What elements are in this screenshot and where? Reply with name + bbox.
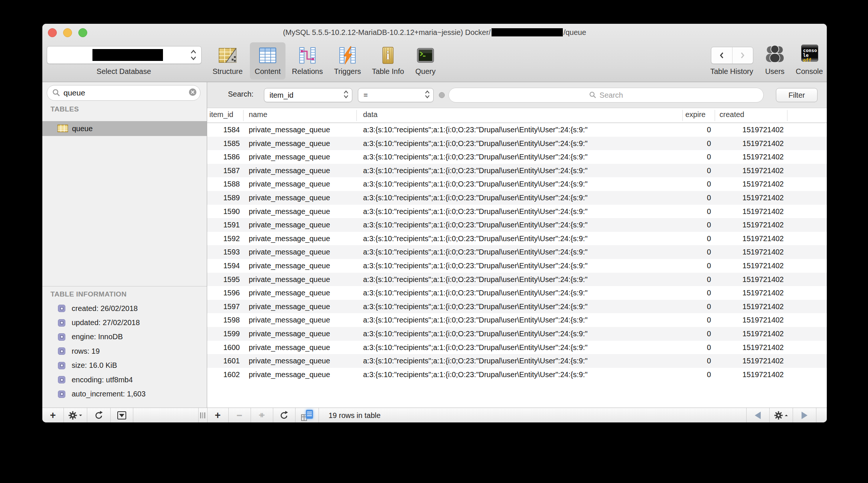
column-header-item-id[interactable]: item_id bbox=[209, 110, 233, 119]
table-body: 1584private_message_queuea:3:{s:10:"reci… bbox=[207, 123, 827, 381]
edit-row-sheet-button[interactable] bbox=[295, 408, 319, 422]
field-bullet-icon bbox=[58, 376, 65, 383]
delete-row-button[interactable]: − bbox=[228, 408, 251, 422]
column-header-expire[interactable]: expire bbox=[685, 110, 705, 119]
cell-data: a:3:{s:10:"recipients";a:1:{i:0;O:23:"Dr… bbox=[363, 245, 686, 259]
pagination-gear-button[interactable] bbox=[769, 408, 793, 422]
previous-result-page-button[interactable] bbox=[746, 408, 769, 422]
column-header-data[interactable]: data bbox=[363, 110, 378, 119]
table-row[interactable]: 1594private_message_queuea:3:{s:10:"reci… bbox=[207, 259, 827, 273]
console-button[interactable]: conso le off bbox=[801, 45, 818, 62]
table-row[interactable]: 1593private_message_queuea:3:{s:10:"reci… bbox=[207, 245, 827, 259]
table-row[interactable]: 1600private_message_queuea:3:{s:10:"reci… bbox=[207, 341, 827, 354]
column-divider[interactable] bbox=[356, 110, 357, 121]
chevron-left-icon bbox=[718, 52, 725, 59]
table-row[interactable]: 1592private_message_queuea:3:{s:10:"reci… bbox=[207, 232, 827, 246]
content-search-field[interactable]: Search bbox=[448, 88, 764, 103]
table-row[interactable]: 1589private_message_queuea:3:{s:10:"reci… bbox=[207, 191, 827, 205]
search-icon bbox=[589, 91, 597, 99]
sidebar-resize-handle[interactable] bbox=[198, 408, 207, 422]
cell-expire: 0 bbox=[682, 150, 711, 164]
column-divider[interactable] bbox=[682, 110, 683, 121]
cell-name: private_message_queue bbox=[249, 164, 358, 178]
cell-name: private_message_queue bbox=[249, 150, 358, 164]
cell-data: a:3:{s:10:"recipients";a:1:{i:0;O:23:"Dr… bbox=[363, 177, 686, 191]
redacted-host bbox=[492, 28, 563, 36]
filter-operator-dropdown[interactable]: = bbox=[358, 88, 434, 102]
column-header-created[interactable]: created bbox=[719, 110, 744, 119]
table-actions-gear-button[interactable] bbox=[63, 408, 87, 422]
cell-item_id: 1589 bbox=[207, 191, 240, 205]
users-label: Users bbox=[758, 67, 792, 76]
table-row[interactable]: 1587private_message_queuea:3:{s:10:"reci… bbox=[207, 164, 827, 178]
table-row[interactable]: 1598private_message_queuea:3:{s:10:"reci… bbox=[207, 313, 827, 327]
duplicate-row-button[interactable]: ++ bbox=[251, 408, 273, 422]
cell-name: private_message_queue bbox=[249, 286, 358, 300]
tab-relations[interactable]: Relations bbox=[290, 42, 325, 80]
tab-query-label: Query bbox=[399, 67, 452, 76]
cell-data: a:3:{s:10:"recipients";a:1:{i:0;O:23:"Dr… bbox=[363, 123, 686, 137]
status-bar: + bbox=[42, 408, 827, 422]
users-button[interactable] bbox=[764, 44, 785, 65]
column-divider[interactable] bbox=[787, 110, 787, 121]
cell-created: 1519721402 bbox=[715, 354, 784, 368]
screenshot-canvas: (MySQL 5.5.5-10.2.12-MariaDB-10.2.12+mar… bbox=[0, 0, 868, 483]
field-bullet-icon bbox=[58, 390, 65, 398]
table-row[interactable]: 1590private_message_queuea:3:{s:10:"reci… bbox=[207, 205, 827, 218]
refresh-rows-button[interactable] bbox=[273, 408, 295, 422]
cell-item_id: 1601 bbox=[207, 354, 240, 368]
search-label: Search: bbox=[228, 90, 254, 98]
table-filter-input[interactable]: queue bbox=[47, 85, 200, 101]
export-dropdown-button[interactable] bbox=[110, 408, 133, 422]
cell-data: a:3:{s:10:"recipients";a:1:{i:0;O:23:"Dr… bbox=[363, 313, 686, 327]
table-row[interactable]: 1596private_message_queuea:3:{s:10:"reci… bbox=[207, 286, 827, 300]
filter-column-dropdown[interactable]: item_id bbox=[264, 88, 352, 102]
refresh-icon bbox=[94, 411, 104, 420]
tab-structure[interactable]: Structure bbox=[210, 42, 245, 80]
dropdown-triangle-icon bbox=[79, 415, 82, 416]
tab-content[interactable]: Content bbox=[250, 42, 285, 80]
cell-expire: 0 bbox=[682, 123, 711, 137]
column-divider[interactable] bbox=[243, 110, 244, 121]
table-row[interactable]: 1585private_message_queuea:3:{s:10:"reci… bbox=[207, 137, 827, 150]
table-row[interactable]: 1595private_message_queuea:3:{s:10:"reci… bbox=[207, 273, 827, 286]
sidebar-item-queue-table[interactable]: queue bbox=[42, 121, 207, 136]
refresh-tables-button[interactable] bbox=[87, 408, 110, 422]
table-row[interactable]: 1599private_message_queuea:3:{s:10:"reci… bbox=[207, 327, 827, 341]
table-row[interactable]: 1591private_message_queuea:3:{s:10:"reci… bbox=[207, 218, 827, 232]
filter-button[interactable]: Filter bbox=[776, 88, 818, 102]
search-icon bbox=[52, 89, 61, 97]
table-information-text: size: 16.0 KiB bbox=[72, 361, 117, 370]
cell-data: a:3:{s:10:"recipients";a:1:{i:0;O:23:"Dr… bbox=[363, 218, 686, 232]
table-row[interactable]: 1597private_message_queuea:3:{s:10:"reci… bbox=[207, 300, 827, 314]
column-header-name[interactable]: name bbox=[249, 110, 267, 119]
table-row[interactable]: 1584private_message_queuea:3:{s:10:"reci… bbox=[207, 123, 827, 137]
column-divider[interactable] bbox=[715, 110, 715, 121]
tab-query[interactable]: Query bbox=[408, 42, 443, 80]
table-information-text: updated: 27/02/2018 bbox=[72, 318, 140, 327]
table-row[interactable]: 1602private_message_queuea:3:{s:10:"reci… bbox=[207, 368, 827, 382]
table-information-text: auto_increment: 1,603 bbox=[72, 390, 146, 398]
sidebar-table-name: queue bbox=[72, 124, 93, 133]
cell-created: 1519721402 bbox=[715, 205, 784, 218]
table-row[interactable]: 1586private_message_queuea:3:{s:10:"reci… bbox=[207, 150, 827, 164]
left-triangle-icon bbox=[755, 412, 761, 419]
cell-name: private_message_queue bbox=[249, 368, 358, 382]
add-table-button[interactable]: + bbox=[42, 408, 63, 422]
table-row[interactable]: 1601private_message_queuea:3:{s:10:"reci… bbox=[207, 354, 827, 368]
cell-item_id: 1590 bbox=[207, 205, 240, 218]
tab-triggers[interactable]: Triggers bbox=[330, 42, 365, 80]
cell-created: 1519721402 bbox=[715, 137, 784, 150]
cell-item_id: 1593 bbox=[207, 245, 240, 259]
history-forward-button[interactable] bbox=[732, 47, 753, 64]
clear-search-button[interactable] bbox=[188, 88, 197, 98]
select-database-dropdown[interactable] bbox=[47, 46, 202, 64]
history-back-button[interactable] bbox=[711, 47, 732, 64]
add-row-button[interactable]: + bbox=[207, 408, 228, 422]
content-search-placeholder: Search bbox=[600, 91, 623, 100]
next-result-page-button[interactable] bbox=[793, 408, 816, 422]
table-row[interactable]: 1588private_message_queuea:3:{s:10:"reci… bbox=[207, 177, 827, 191]
cell-created: 1519721402 bbox=[715, 164, 784, 178]
table-history-label: Table History bbox=[700, 67, 763, 76]
table-info-icon: i bbox=[378, 46, 398, 66]
